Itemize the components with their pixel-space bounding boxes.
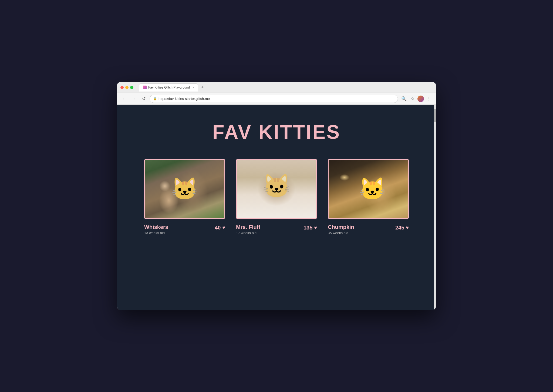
address-bar[interactable]: 🔒 https://fav-kitties-starter.glitch.me [150, 95, 398, 103]
kitty-card-mrs-fluff: Mrs. Fluff 17 weeks old 135 ♥ [236, 159, 317, 236]
kitty-votes-chumpkin[interactable]: 245 ♥ [395, 225, 409, 231]
kitty-name-mrs-fluff: Mrs. Fluff [236, 224, 260, 230]
cat-image-whiskers [145, 160, 224, 218]
kitty-name-block-mrs-fluff: Mrs. Fluff 17 weeks old [236, 224, 260, 235]
kitty-image-mrs-fluff[interactable] [236, 159, 317, 219]
tab-title: Fav Kitties Glitch Playground [148, 86, 190, 89]
kitty-age-mrs-fluff: 17 weeks old [236, 231, 260, 235]
kitty-name-whiskers: Whiskers [144, 224, 168, 230]
heart-icon-chumpkin: ♥ [406, 225, 409, 231]
kitty-image-whiskers[interactable] [144, 159, 225, 219]
kitty-info-chumpkin: Chumpkin 35 weeks old 245 ♥ [328, 223, 409, 236]
kitty-card-chumpkin: Chumpkin 35 weeks old 245 ♥ [328, 159, 409, 236]
maximize-button[interactable] [130, 86, 133, 89]
kitty-name-block-chumpkin: Chumpkin 35 weeks old [328, 224, 354, 235]
kitty-age-whiskers: 13 weeks old [144, 231, 168, 235]
scrollbar[interactable] [434, 105, 436, 310]
page-wrapper: FAV KITTIES Whiskers 13 weeks old 40 [117, 105, 436, 310]
kitty-age-chumpkin: 35 weeks old [328, 231, 354, 235]
kitties-grid: Whiskers 13 weeks old 40 ♥ [144, 159, 409, 236]
page-title: FAV KITTIES [213, 121, 341, 143]
page-content: FAV KITTIES Whiskers 13 weeks old 40 [117, 105, 436, 310]
url-text: https://fav-kitties-starter.glitch.me [159, 97, 210, 101]
address-bar-row: ← → ↺ 🔒 https://fav-kitties-starter.glit… [117, 93, 436, 105]
heart-icon-whiskers: ♥ [222, 225, 225, 231]
title-bar: Fav Kitties Glitch Playground × + [117, 82, 436, 93]
tab-bar: Fav Kitties Glitch Playground × + [139, 83, 433, 92]
kitty-card-whiskers: Whiskers 13 weeks old 40 ♥ [144, 159, 225, 236]
back-button[interactable]: ← [120, 95, 128, 103]
heart-icon-mrs-fluff: ♥ [314, 225, 317, 231]
vote-count-chumpkin: 245 [395, 225, 404, 231]
new-tab-button[interactable]: + [199, 85, 205, 90]
close-button[interactable] [120, 86, 124, 89]
forward-button[interactable]: → [130, 95, 138, 103]
search-button[interactable]: 🔍 [400, 95, 408, 103]
cat-image-chumpkin [329, 160, 408, 218]
kitty-name-chumpkin: Chumpkin [328, 224, 354, 230]
scrollbar-handle[interactable] [434, 109, 436, 122]
kitty-image-chumpkin[interactable] [328, 159, 409, 219]
cat-image-mrs-fluff [237, 160, 316, 218]
browser-actions: 🔍 ☆ ⋮ [400, 95, 433, 103]
active-tab[interactable]: Fav Kitties Glitch Playground × [139, 83, 198, 92]
kitty-name-block-whiskers: Whiskers 13 weeks old [144, 224, 168, 235]
traffic-lights [120, 86, 133, 89]
lock-icon: 🔒 [153, 97, 157, 100]
browser-window: Fav Kitties Glitch Playground × + ← → ↺ … [117, 82, 436, 310]
kitty-info-mrs-fluff: Mrs. Fluff 17 weeks old 135 ♥ [236, 223, 317, 236]
kitty-info-whiskers: Whiskers 13 weeks old 40 ♥ [144, 223, 225, 236]
minimize-button[interactable] [125, 86, 129, 89]
vote-count-mrs-fluff: 135 [304, 225, 312, 231]
more-button[interactable]: ⋮ [425, 95, 433, 103]
kitty-votes-mrs-fluff[interactable]: 135 ♥ [304, 225, 317, 231]
reload-button[interactable]: ↺ [140, 95, 147, 103]
bookmark-button[interactable]: ☆ [409, 95, 416, 103]
tab-favicon [143, 86, 147, 89]
tab-close-button[interactable]: × [193, 86, 194, 89]
avatar[interactable] [417, 96, 424, 102]
kitty-votes-whiskers[interactable]: 40 ♥ [215, 225, 225, 231]
vote-count-whiskers: 40 [215, 225, 221, 231]
